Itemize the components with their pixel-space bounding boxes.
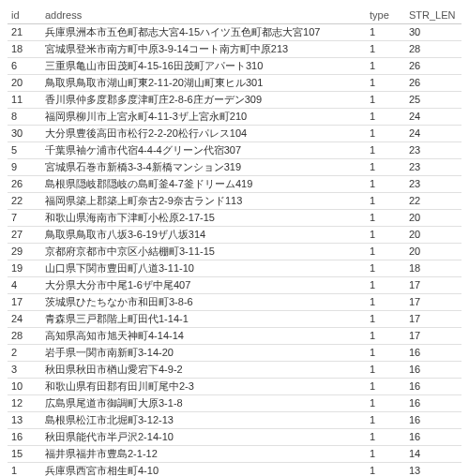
table-row[interactable]: 12広島県尾道市御調町大原3-1-8116: [8, 395, 461, 412]
cell-address: 香川県仲多度郡多度津町庄2-8-6庄ガーデン309: [41, 92, 366, 109]
cell-id: 28: [8, 328, 41, 345]
cell-strlen: 17: [405, 277, 461, 294]
table-row[interactable]: 19山口県下関市豊田町八道3-11-10118: [8, 260, 461, 277]
table-row[interactable]: 29京都府京都市中京区小結棚町3-11-15120: [8, 244, 461, 260]
cell-strlen: 23: [405, 142, 461, 159]
cell-id: 9: [8, 159, 41, 176]
cell-strlen: 23: [405, 159, 461, 176]
cell-type: 1: [366, 24, 405, 41]
cell-strlen: 22: [405, 193, 461, 210]
cell-address: 和歌山県有田郡有田川町尾中2-3: [41, 379, 366, 395]
cell-strlen: 20: [405, 210, 461, 227]
cell-type: 1: [366, 210, 405, 227]
cell-type: 1: [366, 395, 405, 412]
cell-type: 1: [366, 126, 405, 142]
cell-address: 三重県亀山市田茂町4-15-16田茂町アパート310: [41, 58, 366, 75]
cell-address: 千葉県袖ケ浦市代宿4-4-4グリーン代宿307: [41, 142, 366, 159]
cell-address: 宮城県石巻市新橋3-3-4新橋マンション319: [41, 159, 366, 176]
cell-address: 宮城県登米市南方町中原3-9-14コート南方町中原213: [41, 41, 366, 58]
col-header-strlen[interactable]: STR_LEN: [405, 7, 461, 24]
cell-id: 27: [8, 227, 41, 244]
cell-address: 兵庫県西宮市相生町4-10: [41, 463, 366, 477]
cell-strlen: 20: [405, 244, 461, 260]
cell-id: 13: [8, 412, 41, 429]
col-header-address[interactable]: address: [41, 7, 366, 24]
table-row[interactable]: 8福岡県柳川市上宮永町4-11-3ザ上宮永町210124: [8, 109, 461, 126]
table-row[interactable]: 5千葉県袖ケ浦市代宿4-4-4グリーン代宿307123: [8, 142, 461, 159]
cell-id: 7: [8, 210, 41, 227]
table-row[interactable]: 3秋田県秋田市楢山愛宕下4-9-2116: [8, 362, 461, 379]
table-row[interactable]: 28高知県高知市旭天神町4-14-14117: [8, 328, 461, 345]
table-row[interactable]: 2岩手県一関市南新町3-14-20116: [8, 345, 461, 362]
cell-type: 1: [366, 244, 405, 260]
cell-address: 大分県豊後高田市松行2-2-20松行パレス104: [41, 126, 366, 142]
table-row[interactable]: 13島根県松江市北堀町3-12-13116: [8, 412, 461, 429]
cell-strlen: 16: [405, 379, 461, 395]
cell-id: 16: [8, 429, 41, 446]
cell-strlen: 20: [405, 227, 461, 244]
cell-id: 8: [8, 109, 41, 126]
cell-type: 1: [366, 311, 405, 328]
cell-id: 29: [8, 244, 41, 260]
table-row[interactable]: 24青森県三戸郡階上町田代1-14-1117: [8, 311, 461, 328]
cell-id: 19: [8, 260, 41, 277]
table-row[interactable]: 1兵庫県西宮市相生町4-10113: [8, 463, 461, 477]
cell-id: 26: [8, 176, 41, 193]
cell-id: 10: [8, 379, 41, 395]
cell-address: 鳥取県鳥取市八坂3-6-19ザ八坂314: [41, 227, 366, 244]
cell-strlen: 26: [405, 58, 461, 75]
col-header-id[interactable]: id: [8, 7, 41, 24]
cell-id: 2: [8, 345, 41, 362]
table-row[interactable]: 30大分県豊後高田市松行2-2-20松行パレス104124: [8, 126, 461, 142]
cell-id: 21: [8, 24, 41, 41]
table-row[interactable]: 7和歌山県海南市下津町小松原2-17-15120: [8, 210, 461, 227]
cell-type: 1: [366, 92, 405, 109]
cell-id: 18: [8, 41, 41, 58]
cell-type: 1: [366, 142, 405, 159]
cell-strlen: 25: [405, 92, 461, 109]
cell-address: 山口県下関市豊田町八道3-11-10: [41, 260, 366, 277]
table-row[interactable]: 20鳥取県鳥取市湖山町東2-11-20湖山町東ヒル301126: [8, 75, 461, 92]
table-row[interactable]: 10和歌山県有田郡有田川町尾中2-3116: [8, 379, 461, 395]
col-header-type[interactable]: type: [366, 7, 405, 24]
cell-type: 1: [366, 412, 405, 429]
table-row[interactable]: 15福井県福井市豊島2-1-12114: [8, 446, 461, 463]
cell-strlen: 16: [405, 362, 461, 379]
cell-type: 1: [366, 159, 405, 176]
table-row[interactable]: 6三重県亀山市田茂町4-15-16田茂町アパート310126: [8, 58, 461, 75]
cell-address: 岩手県一関市南新町3-14-20: [41, 345, 366, 362]
cell-type: 1: [366, 109, 405, 126]
cell-id: 1: [8, 463, 41, 477]
cell-type: 1: [366, 379, 405, 395]
cell-strlen: 24: [405, 126, 461, 142]
cell-type: 1: [366, 58, 405, 75]
table-row[interactable]: 27鳥取県鳥取市八坂3-6-19ザ八坂314120: [8, 227, 461, 244]
cell-id: 24: [8, 311, 41, 328]
cell-address: 広島県尾道市御調町大原3-1-8: [41, 395, 366, 412]
cell-id: 3: [8, 362, 41, 379]
table-row[interactable]: 4大分県大分市中尾1-6ザ中尾407117: [8, 277, 461, 294]
cell-address: 茨城県ひたちなか市和田町3-8-6: [41, 294, 366, 311]
table-row[interactable]: 17茨城県ひたちなか市和田町3-8-6117: [8, 294, 461, 311]
data-table: id address type STR_LEN 21兵庫県洲本市五色町都志大宮4…: [8, 7, 461, 476]
cell-type: 1: [366, 193, 405, 210]
cell-type: 1: [366, 176, 405, 193]
table-row[interactable]: 9宮城県石巻市新橋3-3-4新橋マンション319123: [8, 159, 461, 176]
cell-strlen: 23: [405, 176, 461, 193]
cell-strlen: 24: [405, 109, 461, 126]
cell-strlen: 13: [405, 463, 461, 477]
table-row[interactable]: 18宮城県登米市南方町中原3-9-14コート南方町中原213128: [8, 41, 461, 58]
cell-address: 福井県福井市豊島2-1-12: [41, 446, 366, 463]
cell-type: 1: [366, 345, 405, 362]
table-row[interactable]: 21兵庫県洲本市五色町都志大宮4-15ハイツ五色町都志大宮107130: [8, 24, 461, 41]
table-row[interactable]: 22福岡県築上郡築上町奈古2-9奈古ランド113122: [8, 193, 461, 210]
table-row[interactable]: 16秋田県能代市半戸沢2-14-10116: [8, 429, 461, 446]
cell-id: 5: [8, 142, 41, 159]
cell-id: 17: [8, 294, 41, 311]
table-row[interactable]: 11香川県仲多度郡多度津町庄2-8-6庄ガーデン309125: [8, 92, 461, 109]
cell-type: 1: [366, 41, 405, 58]
table-row[interactable]: 26島根県隠岐郡隠岐の島町釜4-7釜ドリーム419123: [8, 176, 461, 193]
cell-type: 1: [366, 362, 405, 379]
cell-address: 秋田県能代市半戸沢2-14-10: [41, 429, 366, 446]
cell-id: 6: [8, 58, 41, 75]
